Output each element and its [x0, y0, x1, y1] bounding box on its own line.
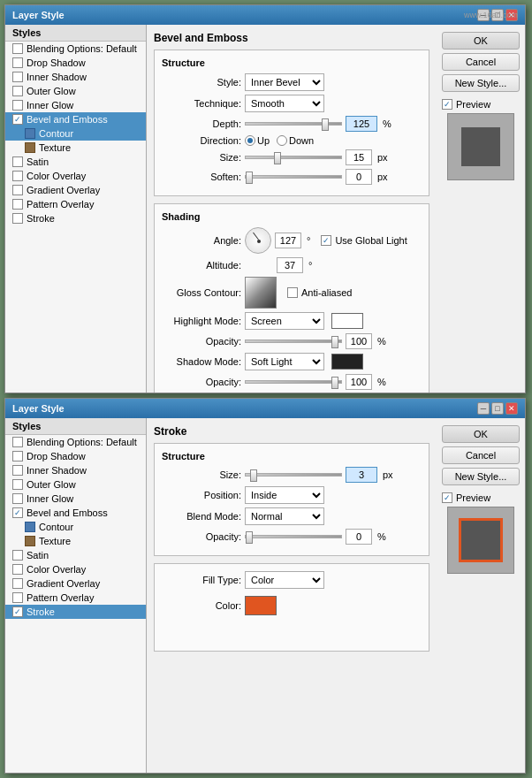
- style-item-blending[interactable]: Blending Options: Default: [5, 42, 146, 56]
- stroke-opacity-slider[interactable]: [245, 535, 342, 538]
- checkbox2-bevel[interactable]: [12, 507, 23, 518]
- style-item-inner-shadow[interactable]: Inner Shadow: [5, 70, 146, 84]
- checkbox2-blending[interactable]: [12, 437, 23, 447]
- highlight-opacity-input[interactable]: [346, 333, 372, 349]
- style-select[interactable]: Inner Bevel: [245, 73, 324, 91]
- global-light-checkbox[interactable]: [321, 235, 331, 246]
- ok-btn-1[interactable]: OK: [442, 32, 520, 50]
- style2-item-bevel[interactable]: Bevel and Emboss: [5, 506, 146, 520]
- preview-checkbox-2[interactable]: [442, 492, 452, 503]
- style2-item-texture[interactable]: Texture: [5, 534, 146, 548]
- angle-input[interactable]: [275, 233, 301, 248]
- gloss-preview[interactable]: [245, 277, 277, 309]
- style2-item-drop-shadow[interactable]: Drop Shadow: [5, 449, 146, 463]
- checkbox-bevel[interactable]: [12, 114, 23, 125]
- checkbox-gradient-overlay[interactable]: [12, 185, 23, 195]
- fill-type-select[interactable]: Color: [245, 571, 324, 589]
- checkbox2-satin[interactable]: [12, 550, 23, 561]
- checkbox-pattern-overlay[interactable]: [12, 199, 23, 210]
- checkbox-satin[interactable]: [12, 156, 23, 167]
- altitude-input[interactable]: [277, 257, 303, 273]
- shadow-color[interactable]: [331, 354, 363, 370]
- style-item-satin[interactable]: Satin: [5, 155, 146, 169]
- shadow-opacity-slider[interactable]: [245, 380, 342, 384]
- radio-up[interactable]: Up: [245, 135, 270, 146]
- dial-center: [257, 240, 261, 243]
- stroke-size-input[interactable]: [346, 467, 377, 483]
- stroke-size-slider[interactable]: [245, 473, 342, 477]
- size-slider[interactable]: [245, 156, 342, 159]
- checkbox-inner-glow[interactable]: [12, 100, 23, 111]
- style-item-contour[interactable]: Contour: [5, 126, 146, 141]
- style-item-texture[interactable]: Texture: [5, 141, 146, 155]
- cancel-btn-2[interactable]: Cancel: [442, 446, 520, 464]
- close-btn-2[interactable]: ✕: [505, 402, 518, 415]
- preview-inner-2: [461, 521, 500, 560]
- technique-select[interactable]: Smooth: [245, 95, 324, 112]
- style2-item-satin[interactable]: Satin: [5, 548, 146, 562]
- new-style-btn-2[interactable]: New Style...: [442, 468, 520, 485]
- preview-checkbox-1[interactable]: [442, 99, 452, 110]
- checkbox2-stroke[interactable]: [12, 606, 23, 617]
- checkbox-stroke[interactable]: [12, 213, 23, 224]
- stroke-opacity-input[interactable]: [346, 529, 372, 545]
- fill-type-box: Fill Type: Color Color:: [154, 563, 429, 652]
- stroke-color-swatch[interactable]: [245, 596, 277, 615]
- preview-label-row-1: Preview: [442, 99, 520, 110]
- maximize-btn-2[interactable]: □: [491, 402, 504, 415]
- blend-select[interactable]: Normal: [245, 507, 324, 525]
- checkbox2-pattern-overlay[interactable]: [12, 592, 23, 603]
- position-select[interactable]: Inside: [245, 486, 324, 504]
- checkbox2-gradient-overlay[interactable]: [12, 578, 23, 589]
- radio-up-btn[interactable]: [245, 135, 255, 146]
- style2-item-inner-glow[interactable]: Inner Glow: [5, 492, 146, 506]
- checkbox2-color-overlay[interactable]: [12, 564, 23, 575]
- style2-item-contour[interactable]: Contour: [5, 520, 146, 534]
- new-style-btn-1[interactable]: New Style...: [442, 74, 520, 92]
- checkbox2-inner-glow[interactable]: [12, 493, 23, 504]
- depth-input[interactable]: [346, 116, 377, 132]
- cancel-btn-1[interactable]: Cancel: [442, 53, 520, 71]
- size-input[interactable]: [346, 149, 372, 165]
- checkbox2-inner-shadow[interactable]: [12, 465, 23, 476]
- style-item-color-overlay[interactable]: Color Overlay: [5, 169, 146, 183]
- style-item-bevel[interactable]: Bevel and Emboss: [5, 112, 146, 126]
- style2-item-outer-glow[interactable]: Outer Glow: [5, 477, 146, 492]
- styles-header-1: Styles: [5, 25, 146, 42]
- soften-slider[interactable]: [245, 175, 342, 179]
- anti-aliased-checkbox[interactable]: [287, 287, 298, 298]
- angle-dial[interactable]: [245, 227, 271, 254]
- technique-label: Technique:: [162, 98, 241, 109]
- checkbox-inner-shadow[interactable]: [12, 72, 23, 82]
- soften-input[interactable]: [346, 169, 372, 185]
- highlight-opacity-slider[interactable]: [245, 339, 342, 343]
- shadow-select[interactable]: Soft Light: [245, 353, 324, 370]
- style2-item-blending[interactable]: Blending Options: Default: [5, 435, 146, 449]
- highlight-select[interactable]: Screen: [245, 312, 324, 330]
- depth-slider[interactable]: [245, 122, 342, 126]
- highlight-color[interactable]: [331, 313, 363, 329]
- ok-btn-2[interactable]: OK: [442, 425, 520, 443]
- radio-down[interactable]: Down: [277, 135, 314, 146]
- style-item-stroke[interactable]: Stroke: [5, 211, 146, 225]
- style2-item-color-overlay[interactable]: Color Overlay: [5, 562, 146, 576]
- checkbox-outer-glow[interactable]: [12, 86, 23, 96]
- checkbox-blending[interactable]: [12, 43, 23, 54]
- style2-item-gradient-overlay[interactable]: Gradient Overlay: [5, 576, 146, 591]
- fill-type-label: Fill Type:: [162, 575, 241, 585]
- shadow-opacity-input[interactable]: [346, 374, 372, 390]
- style-item-pattern-overlay[interactable]: Pattern Overlay: [5, 197, 146, 211]
- checkbox-drop-shadow[interactable]: [12, 57, 23, 68]
- checkbox-color-overlay[interactable]: [12, 171, 23, 181]
- checkbox2-outer-glow[interactable]: [12, 479, 23, 490]
- minimize-btn-2[interactable]: ─: [477, 402, 490, 415]
- checkbox2-drop-shadow[interactable]: [12, 451, 23, 461]
- style-item-drop-shadow[interactable]: Drop Shadow: [5, 56, 146, 70]
- style2-item-pattern-overlay[interactable]: Pattern Overlay: [5, 591, 146, 605]
- style2-item-inner-shadow[interactable]: Inner Shadow: [5, 463, 146, 477]
- style-item-outer-glow[interactable]: Outer Glow: [5, 84, 146, 98]
- style-item-inner-glow[interactable]: Inner Glow: [5, 98, 146, 112]
- radio-down-btn[interactable]: [277, 135, 287, 146]
- style2-item-stroke[interactable]: Stroke: [5, 605, 146, 619]
- style-item-gradient-overlay[interactable]: Gradient Overlay: [5, 183, 146, 197]
